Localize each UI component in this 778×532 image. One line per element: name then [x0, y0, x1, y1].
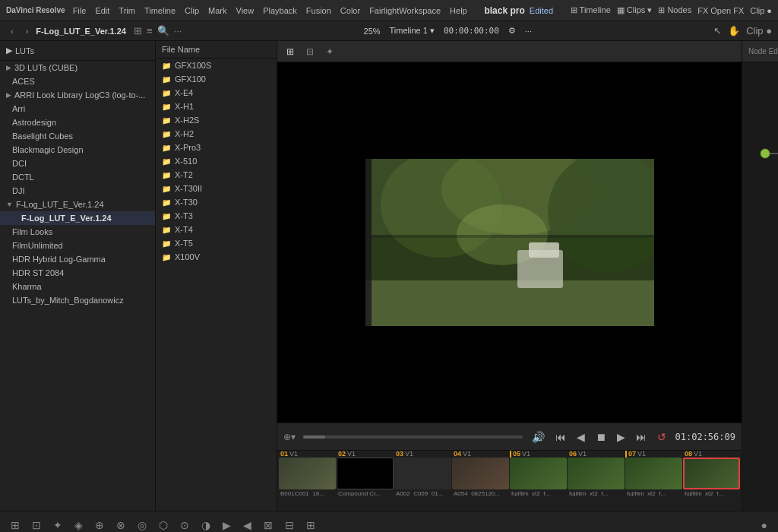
sidebar-item-blackmagic[interactable]: Blackmagic Design: [0, 143, 155, 157]
menu-trim[interactable]: Trim: [119, 6, 135, 15]
play-btn[interactable]: ▶: [615, 429, 627, 445]
tool-btn-7[interactable]: ◎: [133, 516, 151, 533]
sidebar-item-hdr-st[interactable]: HDR ST 2084: [0, 266, 155, 280]
tool-btn-5[interactable]: ⊕: [90, 516, 109, 533]
clip-cell-05[interactable]: 05V1 fujifilm_xt2_f...: [510, 451, 567, 496]
tool-btn-1[interactable]: ⊞: [6, 516, 24, 533]
file-item-xh2[interactable]: 📁X-H2: [156, 127, 277, 141]
fx-icon[interactable]: ⊕▾: [283, 432, 296, 442]
menu-file[interactable]: File: [73, 6, 87, 15]
menu-help[interactable]: Help: [450, 6, 467, 15]
tool-btn-3[interactable]: ✦: [49, 516, 67, 533]
sidebar-item-baselight[interactable]: Baselight Cubes: [0, 129, 155, 143]
clip-cell-02[interactable]: 02V1 Compound Cl...: [337, 451, 394, 496]
clips-mode-btn[interactable]: ▦ Clips ▾: [617, 5, 653, 15]
menu-timeline[interactable]: Timeline: [144, 6, 176, 15]
menu-playback[interactable]: Playback: [263, 6, 297, 15]
openfx-btn[interactable]: FX Open FX: [697, 6, 744, 15]
tool-btn-9[interactable]: ⊙: [176, 516, 194, 533]
clip-cell-06[interactable]: 06V1 fujifilm_xt2_f...: [568, 451, 625, 496]
tool-btn-11[interactable]: ▶: [218, 516, 236, 533]
skip-end-btn[interactable]: ⏭: [634, 429, 648, 445]
tool-btn-right[interactable]: ●: [757, 516, 772, 533]
forward-button[interactable]: ›: [21, 25, 33, 37]
progress-bar[interactable]: [303, 435, 523, 439]
clip-cell-08[interactable]: 08V1 fujifilm_xt2_f...: [683, 451, 740, 496]
sidebar-item-3dluts[interactable]: ▶ 3D LUTs (CUBE): [0, 61, 155, 74]
file-item-xt30ii[interactable]: 📁X-T30II: [156, 182, 277, 195]
sidebar-item-aces[interactable]: ACES: [0, 74, 155, 88]
file-item-xt30[interactable]: 📁X-T30: [156, 195, 277, 209]
sidebar-item-luts-mitch[interactable]: LUTs_by_Mitch_Bogdanowicz: [0, 293, 155, 307]
more-options-icon[interactable]: ···: [174, 25, 182, 36]
preview-btn-2[interactable]: ⊟: [303, 45, 317, 59]
tool-btn-12[interactable]: ◀: [239, 516, 256, 533]
sidebar-item-hdr-hybrid[interactable]: HDR Hybrid Log-Gamma: [0, 252, 155, 266]
sidebar-item-arri[interactable]: Arri: [0, 102, 155, 116]
file-item-xe4[interactable]: 📁X-E4: [156, 86, 277, 100]
skip-start-btn[interactable]: ⏮: [554, 429, 568, 445]
tool-btn-14[interactable]: ⊟: [280, 516, 299, 533]
sidebar-item-dji[interactable]: DJI: [0, 184, 155, 198]
clip-label-right[interactable]: Clip ●: [746, 25, 772, 36]
file-item-gfx100[interactable]: 📁GFX100: [156, 72, 277, 86]
clip-cell-01[interactable]: 01V1 B001C001_18...: [279, 451, 336, 496]
clip-cell-04[interactable]: 04V1 A054_0825120...: [452, 451, 509, 496]
hand-tool-icon[interactable]: ✋: [728, 25, 740, 36]
nodes-mode-btn[interactable]: ⊞ Nodes: [658, 5, 691, 15]
tool-btn-10[interactable]: ◑: [197, 516, 215, 533]
tool-btn-15[interactable]: ⊞: [302, 516, 320, 533]
file-item-xt5[interactable]: 📁X-T5: [156, 236, 277, 250]
file-item-xt4[interactable]: 📁X-T4: [156, 223, 277, 236]
sidebar-expand-icon[interactable]: ▶: [6, 46, 12, 55]
clip-cell-07[interactable]: 07V1 fujifilm_xt2_f...: [625, 451, 682, 496]
stop-btn[interactable]: ⏹: [594, 429, 608, 445]
sidebar-item-astrodesign[interactable]: Astrodesign: [0, 116, 155, 129]
tool-btn-2[interactable]: ⊡: [27, 516, 46, 533]
sidebar-item-dctl[interactable]: DCTL: [0, 170, 155, 184]
file-item-xh1[interactable]: 📁X-H1: [156, 100, 277, 113]
clip-cell-03[interactable]: 03V1 A002_C009_01...: [394, 451, 451, 496]
tool-btn-13[interactable]: ⊠: [259, 516, 277, 533]
sidebar-item-arri-look[interactable]: ▶ ARRI Look Library LogC3 (log-to-...: [0, 88, 155, 102]
menu-clip[interactable]: Clip: [185, 6, 199, 15]
menu-view[interactable]: View: [236, 6, 255, 15]
menu-fusion[interactable]: Fusion: [306, 6, 331, 15]
tool-btn-8[interactable]: ⬡: [154, 516, 172, 533]
zoom-level[interactable]: 25%: [364, 27, 381, 36]
menu-mark[interactable]: Mark: [208, 6, 226, 15]
file-item-xt3[interactable]: 📁X-T3: [156, 209, 277, 223]
sidebar-item-filmunlimited[interactable]: FilmUnlimited: [0, 239, 155, 252]
preview-btn-3[interactable]: ✦: [323, 45, 337, 59]
sidebar-item-flog-parent[interactable]: ▼ F-Log_LUT_E_Ver.1.24: [0, 198, 155, 211]
grid-view-icon[interactable]: ⊞: [134, 25, 142, 36]
timeline-name[interactable]: Timeline 1 ▾: [390, 26, 435, 36]
sidebar-item-film-looks[interactable]: Film Looks: [0, 225, 155, 239]
back-button[interactable]: ‹: [6, 25, 18, 37]
file-item-x510[interactable]: 📁X-510: [156, 154, 277, 168]
search-icon[interactable]: 🔍: [157, 25, 169, 36]
menu-fairlight[interactable]: FairlightWorkspace: [369, 6, 441, 15]
sidebar-item-kharma[interactable]: Kharma: [0, 280, 155, 293]
cursor-tool-icon[interactable]: ↖: [713, 25, 722, 36]
timecode-more-icon[interactable]: ⚙: [508, 26, 516, 36]
preview-btn-1[interactable]: ⊞: [283, 45, 297, 59]
file-item-xpro3[interactable]: 📁X-Pro3: [156, 141, 277, 154]
tool-btn-4[interactable]: ◈: [70, 516, 87, 533]
file-item-x100v[interactable]: 📁X100V: [156, 250, 277, 264]
list-view-icon[interactable]: ≡: [147, 25, 153, 36]
volume-icon[interactable]: 🔊: [530, 429, 546, 445]
step-back-btn[interactable]: ◀: [575, 429, 587, 445]
menu-color[interactable]: Color: [340, 6, 360, 15]
timeline-mode-btn[interactable]: ⊞ Timeline: [571, 5, 611, 15]
menu-edit[interactable]: Edit: [95, 6, 109, 15]
sidebar-item-dci[interactable]: DCI: [0, 157, 155, 170]
nav-tools-icon[interactable]: ···: [525, 27, 532, 36]
sidebar-item-flog-active[interactable]: F-Log_LUT_E_Ver.1.24: [0, 211, 155, 225]
clip-btn[interactable]: Clip ●: [750, 6, 772, 15]
file-item-gfx100s[interactable]: 📁GFX100S: [156, 59, 277, 72]
tool-btn-6[interactable]: ⊗: [112, 516, 130, 533]
file-item-xh2s[interactable]: 📁X-H2S: [156, 113, 277, 127]
file-item-xt2[interactable]: 📁X-T2: [156, 168, 277, 182]
loop-btn[interactable]: ↺: [656, 429, 668, 445]
